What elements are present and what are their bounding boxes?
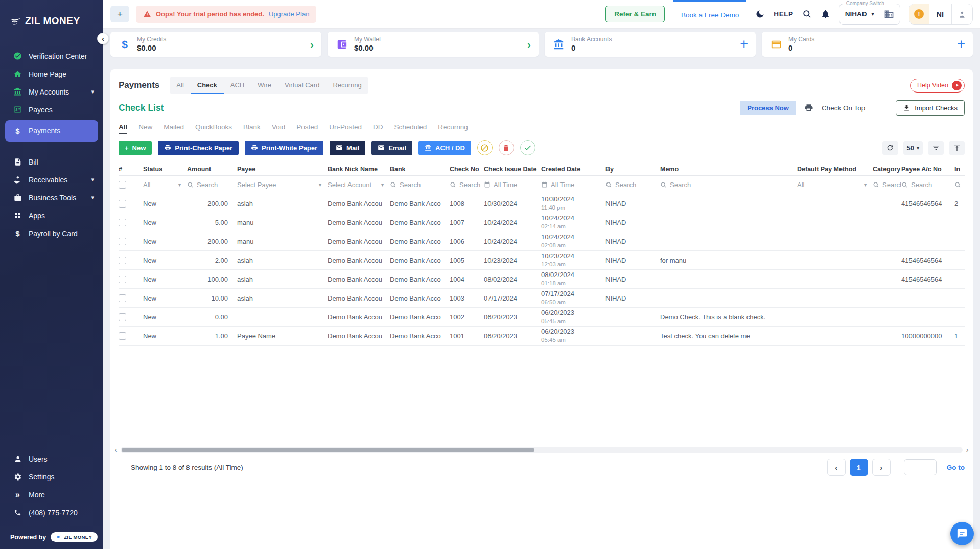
sidebar-item-apps[interactable]: Apps: [0, 207, 103, 224]
row-checkbox[interactable]: [119, 200, 126, 208]
page-1-button[interactable]: 1: [850, 459, 868, 476]
col-status[interactable]: Status: [143, 163, 187, 175]
sidebar-item-more[interactable]: » More: [0, 486, 103, 504]
sidebar-item-settings[interactable]: Settings: [0, 468, 103, 486]
scroll-top-button[interactable]: [949, 141, 965, 155]
sidebar-item-payments[interactable]: $ Payments: [5, 120, 98, 142]
email-button[interactable]: Email: [371, 141, 412, 155]
sidebar-item-verification-center[interactable]: Verification Center: [0, 47, 103, 65]
table-row[interactable]: New 200.00 aslah Demo Bank Accou Demo Ba…: [119, 194, 965, 213]
company-switch-dropdown[interactable]: Company Switch NIHAD ▾: [839, 4, 900, 25]
col-memo[interactable]: Memo: [660, 163, 797, 175]
check-on-top-label[interactable]: Check On Top: [822, 104, 865, 112]
delete-button[interactable]: [499, 140, 514, 155]
status-tab-recurring[interactable]: Recurring: [438, 123, 468, 134]
page-size-dropdown[interactable]: 50 ▾: [903, 141, 923, 155]
tab-check[interactable]: Check: [191, 77, 224, 94]
user-initials[interactable]: NI: [929, 10, 952, 18]
card-bank-accounts[interactable]: Bank Accounts 0 +: [545, 32, 756, 57]
notifications-bell-icon[interactable]: [821, 9, 830, 19]
bank-search-input[interactable]: Search: [390, 176, 450, 194]
category-search-input[interactable]: Search: [873, 176, 901, 194]
check-no-search-input[interactable]: Search: [450, 176, 484, 194]
prev-page-button[interactable]: ‹: [827, 459, 846, 476]
help-link[interactable]: HELP: [774, 10, 793, 18]
amount-search-input[interactable]: Search: [187, 176, 237, 194]
chat-widget-button[interactable]: [950, 522, 974, 545]
invoice-search-input[interactable]: [954, 176, 965, 194]
sidebar-item-payees[interactable]: Payees: [0, 101, 103, 119]
tab-wire[interactable]: Wire: [251, 77, 278, 94]
row-checkbox[interactable]: [119, 238, 126, 245]
search-icon[interactable]: [802, 9, 812, 19]
col-amount[interactable]: Amount: [187, 163, 237, 175]
import-checks-button[interactable]: Import Checks: [896, 100, 965, 116]
scroll-right-arrow[interactable]: ›: [964, 446, 970, 454]
col-invoice[interactable]: In: [954, 163, 965, 175]
table-row[interactable]: New 10.00 aslah Demo Bank Accou Demo Ban…: [119, 289, 965, 308]
select-all-checkbox[interactable]: [119, 181, 126, 189]
mail-button[interactable]: Mail: [330, 141, 365, 155]
table-row[interactable]: New 100.00 aslah Demo Bank Accou Demo Ba…: [119, 270, 965, 289]
status-tab-quickbooks[interactable]: QuickBooks: [195, 123, 232, 134]
table-row[interactable]: New 1.00 Payee Name Demo Bank Accou Demo…: [119, 327, 965, 346]
tab-all[interactable]: All: [170, 77, 190, 94]
refer-earn-button[interactable]: Refer & Earn: [605, 6, 665, 22]
card-my-cards[interactable]: My Cards 0 +: [762, 32, 973, 57]
issue-date-filter[interactable]: All Time: [484, 176, 541, 194]
status-tab-unposted[interactable]: Un-Posted: [329, 123, 362, 134]
table-row[interactable]: New 5.00 manu Demo Bank Accou Demo Bank …: [119, 213, 965, 232]
process-now-button[interactable]: Process Now: [740, 101, 796, 115]
sidebar-item-home-page[interactable]: Home Page: [0, 65, 103, 83]
card-my-wallet[interactable]: My Wallet $0.00 ›: [328, 32, 539, 57]
col-payee[interactable]: Payee: [237, 163, 328, 175]
status-tab-void[interactable]: Void: [272, 123, 285, 134]
tab-virtual-card[interactable]: Virtual Card: [278, 77, 326, 94]
tab-recurring[interactable]: Recurring: [326, 77, 368, 94]
sidebar-item-bill[interactable]: Bill: [0, 153, 103, 171]
print-check-paper-button[interactable]: Print-Check Paper: [158, 141, 239, 155]
status-tab-mailed[interactable]: Mailed: [164, 123, 184, 134]
status-tab-blank[interactable]: Blank: [243, 123, 261, 134]
sidebar-item-business-tools[interactable]: Business Tools ▾: [0, 189, 103, 207]
col-check-no[interactable]: Check No: [450, 163, 484, 175]
row-checkbox[interactable]: [119, 276, 126, 283]
row-checkbox[interactable]: [119, 294, 126, 302]
next-page-button[interactable]: ›: [872, 459, 891, 476]
col-bank[interactable]: Bank: [390, 163, 450, 175]
col-default-pay-method[interactable]: Default Pay Method: [797, 163, 873, 175]
upgrade-plan-link[interactable]: Upgrade Plan: [269, 10, 310, 18]
account-manager-icon[interactable]: [951, 4, 972, 24]
status-tab-posted[interactable]: Posted: [296, 123, 318, 134]
table-row[interactable]: New 0.00 Demo Bank Accou Demo Bank Acco …: [119, 308, 965, 327]
goto-link[interactable]: Go to: [947, 464, 965, 471]
col-created-date[interactable]: Created Date: [541, 163, 605, 175]
col-category[interactable]: Category: [873, 163, 901, 175]
created-date-filter[interactable]: All Time: [541, 176, 605, 194]
sidebar-item-users[interactable]: Users: [0, 450, 103, 468]
ac-no-search-input[interactable]: Search: [901, 176, 954, 194]
building-icon[interactable]: [884, 9, 894, 19]
add-button[interactable]: +: [110, 6, 129, 22]
sidebar-item-receivables[interactable]: Receivables ▾: [0, 171, 103, 189]
col-payee-ac-no[interactable]: Payee A/c No: [901, 163, 954, 175]
goto-page-input[interactable]: [904, 459, 937, 475]
refresh-button[interactable]: [882, 141, 898, 155]
powered-by-brand-badge[interactable]: ZIL MONEY: [51, 532, 98, 542]
card-my-credits[interactable]: $ My Credits $0.00 ›: [110, 32, 321, 57]
pay-method-filter-dropdown[interactable]: All▾: [797, 176, 873, 194]
memo-search-input[interactable]: Search: [660, 176, 797, 194]
bank-nick-filter-dropdown[interactable]: Select Account▾: [328, 176, 390, 194]
sidebar-collapse-button[interactable]: ‹: [97, 33, 109, 44]
book-demo-link[interactable]: Book a Free Demo: [673, 0, 746, 28]
by-search-input[interactable]: Search: [605, 176, 660, 194]
sidebar-item-my-accounts[interactable]: My Accounts ▾: [0, 83, 103, 101]
sidebar-item-phone[interactable]: (408) 775-7720: [0, 504, 103, 521]
plus-icon[interactable]: +: [957, 37, 965, 51]
row-checkbox[interactable]: [119, 313, 126, 321]
col-by[interactable]: By: [605, 163, 660, 175]
app-logo[interactable]: ZIL MONEY: [0, 0, 103, 27]
print-white-paper-button[interactable]: Print-White Paper: [245, 141, 323, 155]
account-warning-chip[interactable]: !: [909, 4, 929, 24]
col-bank-nick-name[interactable]: Bank Nick Name: [328, 163, 390, 175]
